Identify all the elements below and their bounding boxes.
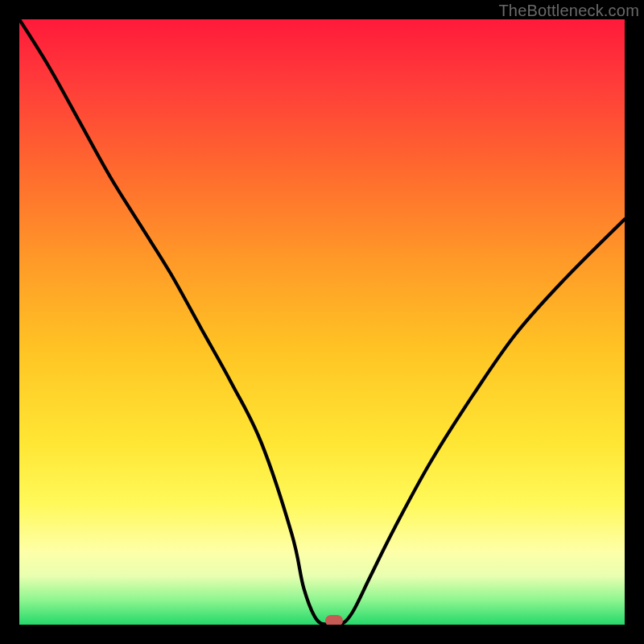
plot-area — [19, 19, 625, 625]
bottleneck-curve — [19, 19, 625, 625]
optimal-point-marker — [325, 615, 343, 625]
chart-frame: TheBottleneck.com — [0, 0, 644, 644]
watermark-text: TheBottleneck.com — [498, 2, 639, 20]
